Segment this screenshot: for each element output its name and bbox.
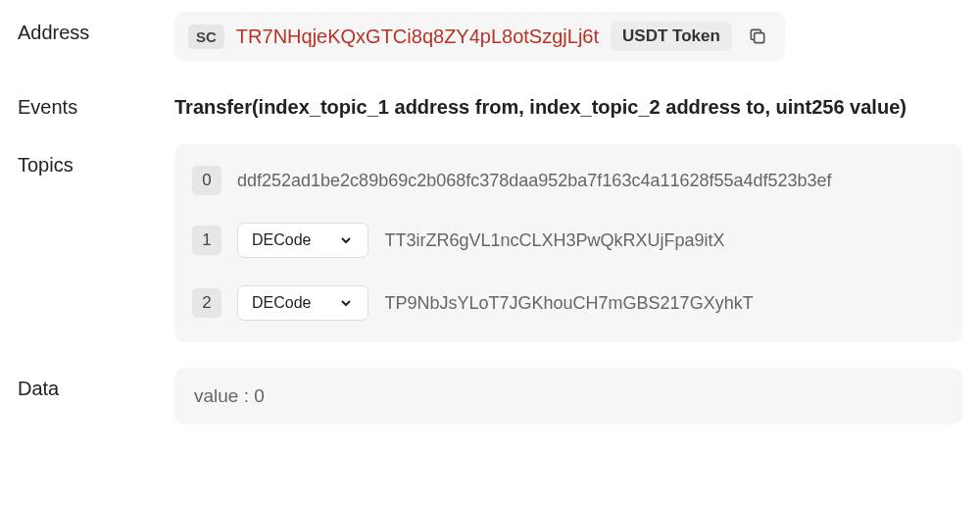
topic-index-badge: 1 — [192, 226, 221, 255]
topic-1: 1 DECode TT3irZR6gVL1ncCLXH3PwQkRXUjFpa9… — [192, 223, 945, 258]
event-signature: Transfer(index_topic_1 address from, ind… — [174, 86, 962, 119]
address-box: SC TR7NHqjeKQxGTCi8q8ZY4pL8otSzgjLj6t US… — [174, 12, 785, 61]
decode-label: DECode — [252, 294, 311, 312]
decode-dropdown[interactable]: DECode — [237, 285, 368, 321]
topic-index-badge: 2 — [192, 288, 221, 318]
topic-index-badge: 0 — [192, 166, 221, 195]
address-label: Address — [18, 12, 174, 44]
data-label: Data — [18, 368, 174, 400]
topics-label: Topics — [18, 144, 174, 177]
topic-2: 2 DECode TP9NbJsYLoT7JGKhouCH7mGBS217GXy… — [192, 285, 945, 321]
chevron-down-icon — [338, 295, 354, 311]
data-value: value : 0 — [194, 385, 265, 406]
svg-rect-0 — [754, 33, 763, 43]
topic-value[interactable]: TP9NbJsYLoT7JGKhouCH7mGBS217GXyhkT — [384, 293, 753, 314]
data-box: value : 0 — [174, 368, 962, 425]
address-row: Address SC TR7NHqjeKQxGTCi8q8ZY4pL8otSzg… — [18, 12, 962, 61]
events-row: Events Transfer(index_topic_1 address fr… — [18, 86, 962, 119]
sc-badge: SC — [188, 25, 224, 49]
chevron-down-icon — [338, 232, 354, 248]
token-name-badge[interactable]: USDT Token — [611, 22, 732, 51]
contract-address-link[interactable]: TR7NHqjeKQxGTCi8q8ZY4pL8otSzgjLj6t — [236, 25, 599, 48]
decode-dropdown[interactable]: DECode — [237, 223, 368, 258]
topic-value[interactable]: ddf252ad1be2c89b69c2b068fc378daa952ba7f1… — [237, 171, 832, 191]
topics-row: Topics 0 ddf252ad1be2c89b69c2b068fc378da… — [18, 144, 962, 342]
topic-0: 0 ddf252ad1be2c89b69c2b068fc378daa952ba7… — [192, 166, 945, 195]
topics-box: 0 ddf252ad1be2c89b69c2b068fc378daa952ba7… — [174, 144, 962, 342]
topic-value[interactable]: TT3irZR6gVL1ncCLXH3PwQkRXUjFpa9itX — [384, 230, 724, 251]
data-row: Data value : 0 — [18, 368, 962, 425]
decode-label: DECode — [252, 231, 311, 249]
events-label: Events — [18, 86, 174, 119]
copy-icon[interactable] — [744, 23, 771, 50]
